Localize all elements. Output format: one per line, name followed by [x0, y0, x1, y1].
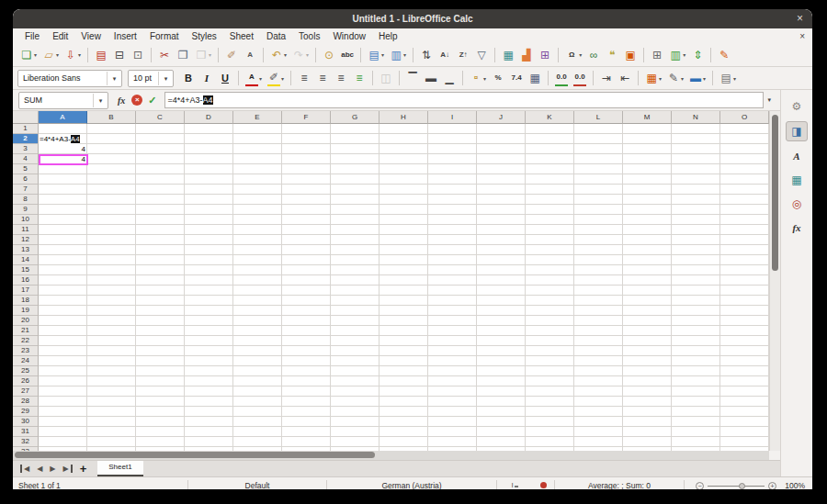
select-all-corner[interactable]	[13, 111, 39, 124]
zoom-out-icon[interactable]: −	[696, 482, 704, 490]
row-header-32[interactable]: 32	[13, 437, 39, 447]
gallery-deck-button[interactable]: ▦	[787, 171, 807, 189]
font-name-dropdown-icon[interactable]: ▾	[107, 72, 121, 85]
column-header-H[interactable]: H	[380, 111, 428, 124]
insert-column-button[interactable]: ▥▾	[388, 46, 408, 64]
row-header-15[interactable]: 15	[13, 265, 39, 275]
menu-edit[interactable]: Edit	[46, 31, 74, 41]
sheet-tab-sheet1[interactable]: Sheet1	[97, 461, 142, 476]
align-left-button[interactable]: ≡	[296, 69, 312, 87]
special-character-dropdown-icon[interactable]: ▾	[579, 51, 582, 58]
insert-column-dropdown-icon[interactable]: ▾	[403, 51, 406, 58]
font-size-dropdown-icon[interactable]: ▾	[158, 72, 173, 85]
previous-sheet-icon[interactable]: ◀	[33, 465, 46, 473]
row-header-5[interactable]: 5	[13, 164, 39, 174]
freeze-panes-dropdown-icon[interactable]: ▾	[683, 51, 685, 58]
properties-deck-button[interactable]: ◨	[786, 121, 808, 141]
row-header-29[interactable]: 29	[13, 407, 39, 417]
cut-button[interactable]: ✂	[156, 46, 173, 64]
sort-descending-button[interactable]: Z↑	[455, 46, 471, 64]
accept-icon[interactable]: ✓	[148, 95, 156, 106]
row-header-1[interactable]: 1	[13, 124, 39, 134]
border-color-dropdown-icon[interactable]: ▾	[703, 75, 706, 82]
row-header-10[interactable]: 10	[13, 215, 39, 225]
save-button[interactable]: ⇩▾	[62, 46, 83, 64]
menu-view[interactable]: View	[74, 31, 108, 41]
find-replace-button[interactable]: ⊙	[321, 46, 337, 64]
vertical-scrollbar-thumb[interactable]	[772, 115, 778, 271]
horizontal-scrollbar-thumb[interactable]	[15, 452, 375, 458]
redo-dropdown-icon[interactable]: ▾	[306, 51, 309, 58]
add-decimal-button[interactable]: 0.0	[553, 69, 570, 87]
split-window-button[interactable]: ⇕	[689, 46, 706, 64]
row-header-24[interactable]: 24	[13, 356, 39, 366]
row-header-30[interactable]: 30	[13, 417, 39, 427]
headers-footers-button[interactable]: ▣	[622, 46, 639, 64]
undo-dropdown-icon[interactable]: ▾	[284, 51, 287, 58]
page-style[interactable]: Default	[188, 480, 326, 489]
open-dropdown-icon[interactable]: ▾	[56, 51, 59, 58]
new-document-button[interactable]: ❏▾	[18, 46, 39, 64]
row-header-8[interactable]: 8	[13, 195, 39, 205]
row-header-17[interactable]: 17	[13, 286, 39, 296]
draw-functions-button[interactable]: ✎	[716, 46, 732, 64]
zoom-slider-track[interactable]	[708, 486, 765, 487]
percent-format-button[interactable]: %	[490, 69, 506, 87]
italic-button[interactable]: I	[198, 69, 215, 87]
menu-tools[interactable]: Tools	[292, 31, 326, 41]
currency-format-dropdown-icon[interactable]: ▾	[483, 75, 486, 82]
increase-indent-button[interactable]: ⇥	[598, 69, 615, 87]
add-sheet-icon[interactable]: +	[73, 462, 95, 476]
column-header-A[interactable]: A	[39, 111, 87, 124]
zoom-level[interactable]: 100%	[776, 480, 812, 489]
row-header-18[interactable]: 18	[13, 296, 39, 306]
cell-A4[interactable]: 4	[39, 154, 87, 164]
sort-ascending-button[interactable]: A↓	[436, 46, 453, 64]
new-document-dropdown-icon[interactable]: ▾	[34, 51, 37, 58]
column-header-M[interactable]: M	[623, 111, 672, 124]
borders-button[interactable]: ▦▾	[643, 69, 663, 87]
row-header-12[interactable]: 12	[13, 235, 39, 245]
sheet-info[interactable]: Sheet 1 of 1	[13, 480, 187, 489]
navigator-deck-button[interactable]: ◎	[787, 195, 807, 213]
column-header-E[interactable]: E	[233, 111, 282, 124]
column-header-I[interactable]: I	[428, 111, 477, 124]
number-format-button[interactable]: 7.4	[508, 69, 525, 87]
border-style-dropdown-icon[interactable]: ▾	[681, 75, 684, 82]
menu-sheet[interactable]: Sheet	[223, 31, 260, 41]
row-header-26[interactable]: 26	[13, 376, 39, 386]
font-name-combo[interactable]: Liberation Sans ▾	[17, 70, 122, 87]
align-bottom-button[interactable]: ▁	[441, 69, 458, 87]
delete-decimal-button[interactable]: 0.0	[572, 69, 588, 87]
insert-hyperlink-button[interactable]: ∞	[585, 46, 602, 64]
special-character-button[interactable]: Ω▾	[563, 46, 583, 64]
borders-dropdown-icon[interactable]: ▾	[659, 75, 662, 82]
font-color-dropdown-icon[interactable]: ▾	[259, 75, 262, 82]
spelling-button[interactable]: abc	[339, 46, 356, 64]
insert-row-button[interactable]: ▤▾	[366, 46, 386, 64]
font-color-button[interactable]: A▾	[244, 69, 264, 87]
insert-chart-button[interactable]: ▟	[518, 46, 535, 64]
first-sheet-icon[interactable]: ◀	[20, 465, 33, 473]
row-header-7[interactable]: 7	[13, 185, 39, 195]
insert-image-button[interactable]: ▦	[500, 46, 516, 64]
row-header-19[interactable]: 19	[13, 306, 39, 316]
pivot-table-button[interactable]: ⊞	[537, 46, 553, 64]
column-header-F[interactable]: F	[282, 111, 331, 124]
menu-format[interactable]: Format	[143, 31, 186, 41]
column-header-N[interactable]: N	[672, 111, 720, 124]
title-bar[interactable]: Untitled 1 - LibreOffice Calc ×	[13, 9, 812, 28]
sidebar-settings-button[interactable]: ⚙	[787, 97, 807, 116]
column-header-J[interactable]: J	[477, 111, 526, 124]
row-header-20[interactable]: 20	[13, 316, 39, 326]
row-header-22[interactable]: 22	[13, 336, 39, 346]
underline-button[interactable]: U	[217, 69, 233, 87]
function-wizard-icon[interactable]: fx	[118, 95, 125, 106]
menu-insert[interactable]: Insert	[108, 31, 143, 41]
highlight-color-dropdown-icon[interactable]: ▾	[281, 75, 284, 82]
row-header-25[interactable]: 25	[13, 366, 39, 376]
clear-formatting-button[interactable]: A	[242, 46, 258, 64]
next-sheet-icon[interactable]: ▶	[46, 465, 59, 473]
row-header-31[interactable]: 31	[13, 427, 39, 437]
insert-mode-indicator[interactable]: I	[497, 480, 532, 489]
